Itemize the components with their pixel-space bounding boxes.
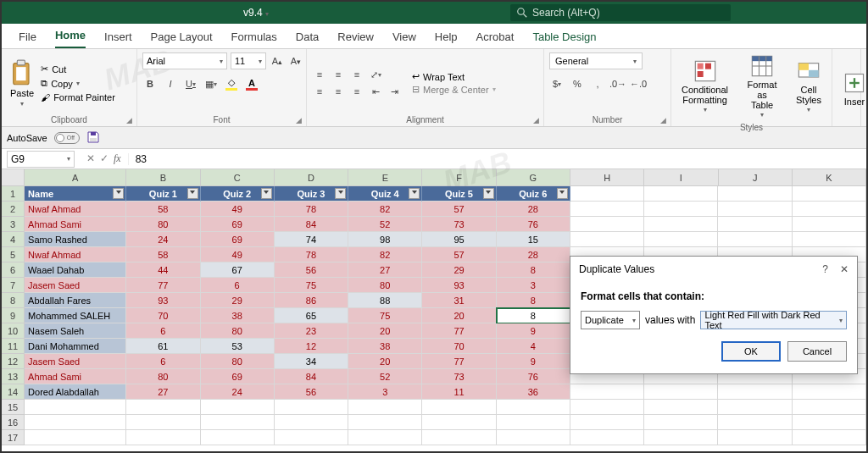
cell[interactable]: 75	[348, 308, 422, 323]
tab-page-layout[interactable]: Page Layout	[151, 30, 213, 48]
cell[interactable]	[718, 232, 792, 247]
cell[interactable]: 34	[275, 354, 348, 369]
font-size-select[interactable]: 11▾	[231, 52, 266, 69]
cell[interactable]: 8	[497, 293, 570, 308]
filter-button[interactable]	[187, 188, 198, 199]
dup-style-select[interactable]: Light Red Fill with Dark Red Text▾	[700, 311, 847, 329]
cell[interactable]	[718, 186, 792, 202]
cell[interactable]	[644, 217, 718, 232]
col-header-G[interactable]: G	[497, 169, 570, 185]
col-header-H[interactable]: H	[570, 169, 644, 185]
format-painter-button[interactable]: 🖌Format Painter	[41, 91, 115, 103]
row-header[interactable]: 5	[2, 247, 25, 262]
help-button[interactable]: ?	[822, 263, 828, 275]
format-as-table-button[interactable]: Format as Table▾	[737, 52, 787, 121]
cell[interactable]	[422, 400, 496, 415]
table-header[interactable]: Quiz 3	[275, 186, 348, 202]
tab-data[interactable]: Data	[296, 30, 319, 48]
ok-button[interactable]: OK	[721, 341, 781, 362]
align-middle-button[interactable]: ≡	[331, 67, 346, 82]
cell[interactable]	[275, 400, 348, 415]
borders-button[interactable]: ▦▾	[203, 76, 219, 91]
cell[interactable]: 3	[497, 278, 570, 293]
cell[interactable]	[718, 202, 792, 217]
cell[interactable]: 95	[422, 232, 496, 247]
cell[interactable]	[497, 415, 570, 430]
formula-input[interactable]: 83	[128, 153, 866, 165]
cell[interactable]: 29	[422, 262, 496, 278]
row-header[interactable]: 7	[2, 278, 25, 293]
cell[interactable]: 93	[422, 278, 496, 293]
cell[interactable]: 57	[422, 247, 496, 262]
filter-button[interactable]	[113, 188, 124, 199]
cell[interactable]: 11	[422, 384, 496, 400]
cell[interactable]	[348, 400, 422, 415]
cell[interactable]	[25, 415, 126, 430]
row-header[interactable]: 8	[2, 293, 25, 308]
row-header[interactable]: 2	[2, 202, 25, 217]
cell[interactable]	[422, 430, 496, 445]
row-header[interactable]: 4	[2, 232, 25, 247]
cell[interactable]: 24	[201, 384, 275, 400]
tab-insert[interactable]: Insert	[104, 30, 132, 48]
cell[interactable]	[793, 217, 866, 232]
cell[interactable]	[126, 400, 200, 415]
font-launcher[interactable]: ◢	[296, 116, 304, 124]
cell[interactable]: 86	[275, 293, 348, 308]
cell-name[interactable]: Jasem Saed	[25, 278, 126, 293]
cell[interactable]	[644, 384, 718, 400]
cell[interactable]	[201, 415, 275, 430]
cell[interactable]	[126, 430, 200, 445]
tab-help[interactable]: Help	[435, 30, 458, 48]
cell[interactable]	[25, 430, 126, 445]
underline-button[interactable]: U▾	[183, 76, 198, 91]
cell[interactable]: 3	[348, 384, 422, 400]
cell[interactable]: 52	[348, 217, 422, 232]
cell[interactable]: 77	[126, 278, 200, 293]
increase-decimal-button[interactable]: .0→	[610, 76, 626, 91]
cell[interactable]	[570, 217, 644, 232]
cell[interactable]: 9	[497, 323, 570, 339]
cell[interactable]: 20	[348, 354, 422, 369]
cell[interactable]: 82	[348, 202, 422, 217]
cell[interactable]: 84	[275, 217, 348, 232]
cell[interactable]	[644, 202, 718, 217]
cell[interactable]	[644, 186, 718, 202]
cell[interactable]: 56	[275, 262, 348, 278]
font-name-select[interactable]: Arial▾	[142, 52, 227, 69]
col-header-E[interactable]: E	[348, 169, 422, 185]
cell[interactable]	[793, 186, 866, 202]
tab-table-design[interactable]: Table Design	[532, 30, 596, 48]
copy-button[interactable]: ⧉Copy ▾	[41, 77, 115, 90]
tab-review[interactable]: Review	[337, 30, 374, 48]
cell[interactable]	[570, 186, 644, 202]
row-header[interactable]: 6	[2, 262, 25, 278]
number-launcher[interactable]: ◢	[660, 116, 669, 124]
tab-view[interactable]: View	[392, 30, 416, 48]
cell[interactable]: 15	[497, 232, 570, 247]
cell-name[interactable]: Nwaf Ahmad	[25, 247, 126, 262]
conditional-formatting-button[interactable]: Conditional Formatting▾	[676, 58, 733, 116]
cell[interactable]: 80	[126, 217, 200, 232]
row-header[interactable]: 16	[2, 415, 25, 430]
cell[interactable]: 23	[275, 323, 348, 339]
select-all-corner[interactable]	[2, 169, 25, 185]
decrease-decimal-button[interactable]: ←.0	[631, 76, 646, 91]
cell-name[interactable]: Abdallah Fares	[25, 293, 126, 308]
fx-button[interactable]: fx	[114, 152, 121, 165]
insert-cells-button[interactable]: Inser	[837, 69, 868, 108]
cell[interactable]: 75	[275, 278, 348, 293]
cell[interactable]	[422, 415, 496, 430]
bold-button[interactable]: B	[142, 76, 158, 91]
increase-font-button[interactable]: A▴	[270, 53, 285, 69]
cell[interactable]: 6	[126, 323, 200, 339]
merge-center-button[interactable]: ⊟Merge & Center ▾	[412, 84, 496, 95]
cell-name[interactable]: Mohammed SALEH	[25, 308, 126, 323]
cell[interactable]	[25, 400, 126, 415]
cell[interactable]: 77	[422, 354, 496, 369]
cell[interactable]: 69	[201, 232, 275, 247]
cell[interactable]	[570, 400, 644, 415]
cell[interactable]: 6	[126, 354, 200, 369]
cell[interactable]: 38	[348, 339, 422, 354]
row-header[interactable]: 15	[2, 400, 25, 415]
